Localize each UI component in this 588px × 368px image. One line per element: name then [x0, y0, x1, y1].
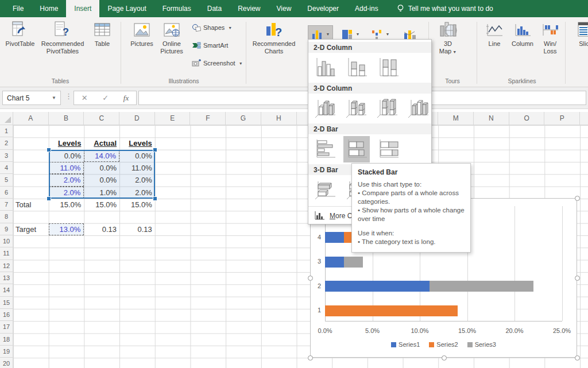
- table-button[interactable]: Table: [88, 20, 116, 48]
- pivottable-button[interactable]: PivotTable: [3, 20, 37, 48]
- sparkline-column-button[interactable]: Column: [509, 20, 536, 48]
- column-header-M[interactable]: M: [438, 112, 474, 125]
- chart-resize-handle[interactable]: [308, 355, 313, 361]
- row-header-10[interactable]: 10: [0, 235, 13, 247]
- 3d-map-button[interactable]: 3D Map▼: [432, 20, 464, 56]
- row-header-20[interactable]: 20: [0, 358, 13, 368]
- tell-me-box[interactable]: Tell me what you want to do: [397, 0, 493, 17]
- selection-handle[interactable]: [47, 196, 51, 201]
- legend-item-series2[interactable]: Series2: [429, 341, 458, 348]
- row-header-3[interactable]: 3: [0, 150, 13, 162]
- tab-insert[interactable]: Insert: [66, 0, 99, 17]
- row-header-15[interactable]: 15: [0, 297, 13, 309]
- row-header-1[interactable]: 1: [0, 125, 13, 137]
- column-header-D[interactable]: D: [119, 112, 155, 125]
- chart-bar-series3-cat2[interactable]: [430, 281, 534, 292]
- legend-item-series3[interactable]: Series3: [467, 341, 496, 348]
- select-all-corner[interactable]: [0, 112, 13, 125]
- cell-A7[interactable]: Total: [13, 199, 49, 211]
- row-header-7[interactable]: 7: [0, 199, 13, 211]
- cell-C9[interactable]: 0.13: [84, 223, 119, 235]
- row-header-11[interactable]: 11: [0, 247, 13, 259]
- column-header-G[interactable]: G: [226, 112, 261, 125]
- stacked-100-column-icon[interactable]: [375, 55, 401, 81]
- selection-handle[interactable]: [153, 196, 157, 201]
- column-header-F[interactable]: F: [191, 112, 226, 125]
- cancel-icon[interactable]: ✕: [82, 94, 88, 102]
- sparkline-line-button[interactable]: Line: [481, 20, 508, 48]
- cell-D9[interactable]: 0.13: [119, 223, 155, 235]
- tab-add-ins[interactable]: Add-ins: [347, 0, 386, 17]
- selection-handle[interactable]: [153, 148, 157, 152]
- row-header-2[interactable]: 2: [0, 137, 13, 149]
- tab-developer[interactable]: Developer: [299, 0, 347, 17]
- column-header-C[interactable]: C: [84, 112, 119, 125]
- row-header-12[interactable]: 12: [0, 260, 13, 272]
- online-pictures-button[interactable]: Online Pictures: [156, 20, 187, 55]
- cell-C7[interactable]: 15.0%: [84, 199, 119, 211]
- recommended-pivottables-button[interactable]: ? Recommended PivotTables: [38, 20, 87, 55]
- row-header-8[interactable]: 8: [0, 211, 13, 223]
- chart-resize-handle[interactable]: [442, 355, 447, 361]
- chart-bar-series1-cat3[interactable]: [325, 257, 344, 268]
- recommended-charts-button[interactable]: ? Recommended Charts: [252, 20, 296, 55]
- chart-bar-series1-cat4[interactable]: [325, 232, 344, 243]
- row-header-17[interactable]: 17: [0, 321, 13, 333]
- 3d-stacked-100-column-icon[interactable]: [374, 95, 400, 122]
- tab-formulas[interactable]: Formulas: [154, 0, 199, 17]
- chart-resize-handle[interactable]: [308, 276, 313, 281]
- clustered-column-icon[interactable]: [312, 55, 338, 81]
- insert-function-icon[interactable]: fx: [123, 94, 129, 103]
- cell-D7[interactable]: 15.0%: [119, 199, 155, 211]
- tab-view[interactable]: View: [269, 0, 300, 17]
- row-header-4[interactable]: 4: [0, 162, 13, 174]
- chart-resize-handle[interactable]: [575, 276, 580, 281]
- tab-file[interactable]: File: [5, 0, 32, 17]
- smartart-button[interactable]: SmartArt: [192, 40, 228, 51]
- column-header-E[interactable]: E: [155, 112, 191, 125]
- stacked-column-icon[interactable]: [343, 55, 370, 81]
- row-header-14[interactable]: 14: [0, 284, 13, 296]
- column-header-H[interactable]: H: [261, 112, 297, 125]
- tab-home[interactable]: Home: [32, 0, 66, 17]
- chart-resize-handle[interactable]: [575, 196, 580, 201]
- selection-handle[interactable]: [47, 148, 51, 152]
- row-header-5[interactable]: 5: [0, 174, 13, 186]
- enter-icon[interactable]: ✓: [102, 94, 109, 102]
- column-header-O[interactable]: O: [509, 112, 545, 125]
- tab-review[interactable]: Review: [230, 0, 268, 17]
- chart-resize-handle[interactable]: [575, 355, 580, 361]
- column-header-A[interactable]: A: [13, 112, 49, 125]
- screenshot-button[interactable]: Screenshot ▼: [192, 57, 243, 69]
- chart-bar-series3-cat3[interactable]: [344, 257, 363, 268]
- 3d-stacked-column-icon[interactable]: [343, 95, 369, 122]
- tab-page-layout[interactable]: Page Layout: [99, 0, 154, 17]
- shapes-button[interactable]: Shapes ▼: [192, 22, 232, 33]
- row-header-13[interactable]: 13: [0, 272, 13, 284]
- cell-D2[interactable]: Levels: [119, 137, 155, 149]
- chart-bar-series2-cat1[interactable]: [325, 305, 458, 316]
- tab-data[interactable]: Data: [199, 0, 230, 17]
- pictures-button[interactable]: Pictures: [127, 20, 156, 48]
- selection-border[interactable]: [49, 150, 155, 199]
- 3d-column-icon[interactable]: [405, 95, 431, 122]
- row-header-9[interactable]: 9: [0, 223, 13, 235]
- column-header-P[interactable]: P: [545, 112, 581, 125]
- 3d-clustered-bar-icon[interactable]: [312, 177, 338, 203]
- column-header-B[interactable]: B: [49, 112, 84, 125]
- column-header-N[interactable]: N: [474, 112, 509, 125]
- clustered-bar-icon[interactable]: [312, 136, 338, 162]
- name-box[interactable]: Chart 5 ▼: [2, 91, 61, 105]
- row-header-19[interactable]: 19: [0, 346, 13, 358]
- 3d-clustered-column-icon[interactable]: [312, 95, 338, 122]
- cell-A9[interactable]: Target: [13, 223, 49, 235]
- slicer-button[interactable]: Slicer: [570, 20, 588, 48]
- cell-C2[interactable]: Actual: [84, 137, 119, 149]
- row-header-16[interactable]: 16: [0, 309, 13, 321]
- row-header-6[interactable]: 6: [0, 187, 13, 199]
- legend-item-series1[interactable]: Series1: [391, 341, 420, 348]
- cell-B9[interactable]: 13.0%: [49, 223, 84, 235]
- cell-B2[interactable]: Levels: [49, 137, 84, 149]
- cell-B7[interactable]: 15.0%: [49, 199, 84, 211]
- stacked-bar-icon[interactable]: [343, 136, 370, 162]
